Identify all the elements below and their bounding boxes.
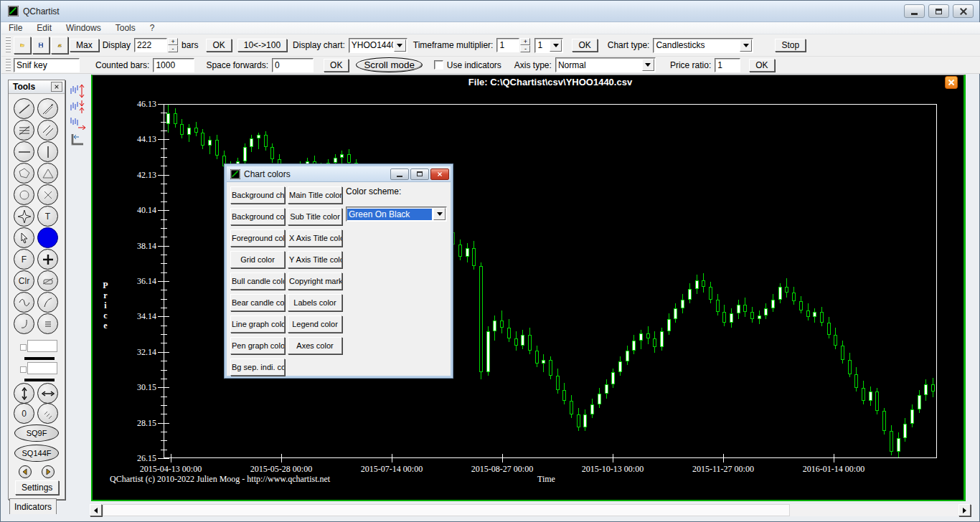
horizontal-shift-icon[interactable] [69, 115, 86, 130]
pen-value-input[interactable] [27, 362, 57, 374]
title-bar[interactable]: QChartist [1, 1, 979, 22]
line-graph-color-button[interactable]: Line graph color [230, 315, 285, 333]
arc-tool[interactable] [37, 292, 58, 313]
horizontal-scrollbar[interactable] [90, 504, 971, 516]
main-title-color-button[interactable]: Main Title color [288, 186, 342, 204]
parallel-lines-tool[interactable] [37, 120, 58, 141]
grid-color-button[interactable]: Grid color [230, 251, 285, 268]
freehand-tool[interactable] [37, 98, 58, 119]
dialog-close-button[interactable] [430, 169, 449, 180]
eraser-tool[interactable] [37, 270, 58, 291]
use-indicators-checkbox[interactable] [434, 60, 443, 70]
clear-tool[interactable]: Clr [14, 270, 34, 291]
prev-button[interactable] [19, 465, 32, 478]
dialog-titlebar[interactable]: Chart colors [227, 166, 451, 182]
spin-down-icon[interactable]: - [520, 45, 530, 52]
sine-wave-tool[interactable] [14, 292, 34, 313]
save-button[interactable] [32, 37, 50, 54]
select-tool[interactable] [14, 227, 34, 248]
timeframe-spinner[interactable]: +- [520, 38, 530, 52]
horizontal-line-tool[interactable] [14, 141, 34, 162]
legend-color-button[interactable]: Legend color [288, 315, 342, 333]
scrollbar-thumb[interactable] [103, 504, 790, 516]
axes-color-button[interactable]: Axes color [288, 337, 342, 354]
settings-button[interactable]: Settings [15, 480, 59, 495]
counted-bars-input[interactable] [153, 58, 194, 72]
text-tool[interactable]: T [37, 206, 58, 227]
timeframe-unit-combobox[interactable]: 1 [534, 38, 563, 53]
price-ratio-input[interactable] [715, 58, 740, 72]
maximize-button[interactable] [928, 4, 949, 18]
vertical-expand-tool[interactable] [14, 383, 34, 404]
sq144f-button[interactable]: SQ144F [14, 445, 59, 462]
pen-graph-color-button[interactable]: Pen graph color [230, 337, 285, 354]
next-button[interactable] [42, 465, 55, 478]
triangle-tool[interactable] [37, 163, 58, 184]
polygon-tool[interactable] [14, 163, 34, 184]
background-chart-color-button[interactable]: Background chart color [230, 186, 285, 204]
close-chart-button[interactable] [945, 76, 958, 89]
pen-value-input[interactable] [27, 340, 57, 352]
menu-edit[interactable]: Edit [29, 22, 59, 34]
color-scheme-combobox[interactable]: Green On Black [346, 207, 447, 222]
bull-candle-color-button[interactable]: Bull candle color [230, 272, 285, 290]
f-tool[interactable]: F [14, 249, 34, 270]
chart-area[interactable]: File: C:\QChartist\csv\YHOO1440.csv Pric… [91, 75, 966, 501]
menu-tools[interactable]: Tools [108, 22, 143, 34]
background-color-button[interactable]: Background color [230, 208, 285, 225]
foreground-color-button[interactable]: Foreground color [230, 229, 285, 247]
timeframe-input[interactable] [496, 38, 519, 52]
combo-arrow-icon[interactable] [740, 39, 752, 52]
tools-panel-titlebar[interactable]: Tools [9, 80, 65, 94]
crosshair-tool[interactable] [37, 249, 58, 270]
combo-arrow-icon[interactable] [642, 59, 654, 71]
color-picker-tool[interactable] [37, 227, 58, 248]
close-button[interactable] [953, 4, 974, 18]
cross-mark-tool[interactable] [37, 184, 58, 205]
vertical-line-tool[interactable] [37, 141, 58, 162]
menu-file[interactable]: File [1, 22, 29, 34]
dialog-maximize-button[interactable] [410, 169, 429, 180]
max-button[interactable]: Max [70, 39, 99, 52]
tools-close-button[interactable] [51, 82, 62, 92]
menu-[interactable]: ? [143, 22, 162, 34]
display-bars-spinner[interactable]: +- [168, 38, 178, 52]
dialog-minimize-button[interactable] [390, 169, 409, 180]
range-toggle-button[interactable]: 10<->100 [237, 39, 287, 52]
levels-tool[interactable] [37, 313, 58, 334]
menu-windows[interactable]: Windows [59, 22, 108, 34]
space-forwards-input[interactable] [272, 58, 314, 72]
display-bars-input[interactable] [134, 38, 167, 52]
axis-type-combobox[interactable]: Normal [555, 57, 656, 72]
ellipse-tool[interactable] [14, 184, 34, 205]
chart-type-combobox[interactable]: Candlesticks [653, 38, 753, 53]
bg-sep-indi-color-button[interactable]: Bg sep. indi. color [230, 359, 285, 376]
scroll-mode-button[interactable]: Scroll mode [356, 57, 422, 72]
vertical-zoom-icon[interactable] [69, 84, 86, 98]
sub-title-color-button[interactable]: Sub Title color [288, 208, 342, 225]
vertical-compress-icon[interactable] [69, 100, 86, 114]
open-file-button[interactable] [14, 37, 31, 54]
snif-key-input[interactable] [14, 58, 80, 72]
minimize-button[interactable] [904, 4, 925, 18]
scroll-right-button[interactable] [958, 504, 971, 516]
horizontal-expand-tool[interactable] [37, 383, 58, 404]
toolbar-gripper[interactable] [6, 37, 11, 54]
trendline-tool[interactable] [14, 98, 34, 119]
star-tool[interactable] [14, 206, 34, 227]
combo-arrow-icon[interactable] [394, 39, 406, 52]
labels-color-button[interactable]: Labels color [288, 294, 342, 311]
price-ratio-ok-button[interactable]: OK [749, 59, 774, 72]
y-axis-title-color-button[interactable]: Y Axis Title color [288, 251, 342, 268]
axes-reset-icon[interactable] [69, 133, 86, 147]
sq9f-button[interactable]: SQ9F [14, 424, 59, 442]
timeframe-ok-button[interactable]: OK [572, 39, 597, 52]
fibonacci-tool[interactable] [14, 120, 34, 141]
chart-file-combobox[interactable]: YHOO1440.csv [349, 38, 407, 53]
chart-wizard-button[interactable] [51, 37, 68, 54]
curve-tool[interactable] [14, 313, 34, 334]
zero-tool[interactable]: 0 [14, 403, 34, 424]
spin-down-icon[interactable]: - [168, 45, 178, 52]
toolbar-gripper[interactable] [6, 58, 11, 71]
indicators-tab[interactable]: Indicators [9, 498, 57, 514]
